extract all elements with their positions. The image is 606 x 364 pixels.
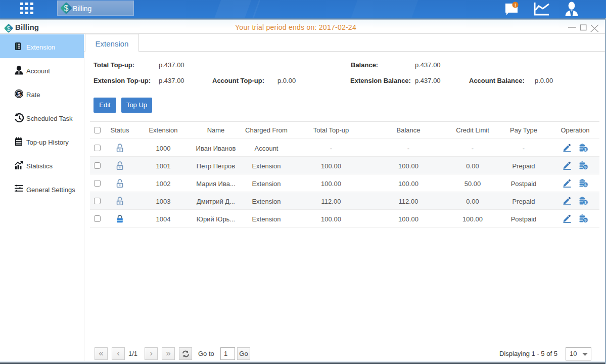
svg-text:$: $ [584,200,587,205]
svg-text:$: $ [584,165,587,169]
svg-text:!: ! [515,3,516,8]
svg-text:$: $ [584,147,587,152]
svg-text:$: $ [17,91,21,97]
svg-text:$: $ [584,218,587,222]
svg-text:$: $ [584,183,587,187]
svg-text:$: $ [64,4,69,13]
